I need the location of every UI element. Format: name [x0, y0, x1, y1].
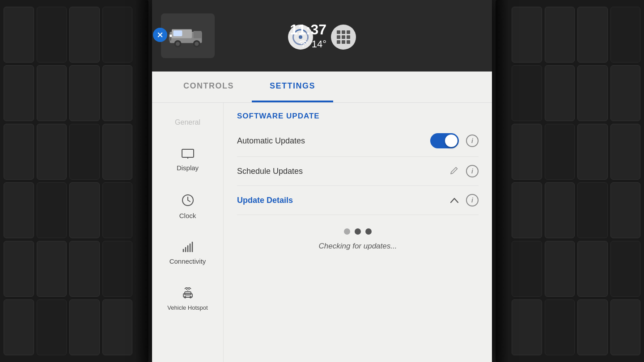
tab-bar: CONTROLS SETTINGS	[152, 72, 492, 103]
update-details-label[interactable]: Update Details	[237, 196, 293, 205]
update-details-row: Update Details i	[237, 186, 479, 215]
svg-rect-2	[174, 30, 182, 36]
tab-controls[interactable]: CONTROLS	[165, 72, 252, 102]
connectivity-icon	[182, 241, 194, 254]
main-screen: 11:37 14° CONTROLS SETTINGS	[152, 0, 492, 362]
sidebar-item-general[interactable]: General	[156, 109, 220, 136]
schedule-updates-edit-icon[interactable]	[450, 166, 459, 177]
dot-1	[344, 228, 350, 235]
main-panel: SOFTWARE UPDATE Automatic Updates i Sche…	[224, 103, 492, 362]
apps-button[interactable]	[331, 25, 356, 50]
hotspot-icon	[181, 287, 195, 301]
close-button[interactable]	[153, 28, 167, 42]
svg-point-25	[189, 296, 191, 299]
schedule-updates-row: Schedule Updates i	[237, 157, 479, 186]
sidebar-general-label: General	[175, 118, 200, 126]
sidebar-hotspot-label: Vehicle Hotspot	[167, 304, 208, 311]
sidebar-item-display[interactable]: Display	[156, 138, 220, 182]
left-grill-panel	[0, 0, 152, 362]
sidebar-connectivity-label: Connectivity	[169, 257, 206, 265]
svg-point-24	[184, 296, 186, 299]
section-title: SOFTWARE UPDATE	[237, 112, 479, 121]
svg-rect-9	[170, 34, 172, 37]
schedule-updates-label: Schedule Updates	[237, 167, 303, 176]
loading-dots	[344, 228, 372, 235]
top-bar: 11:37 14°	[152, 0, 492, 72]
sidebar-display-label: Display	[177, 164, 199, 172]
time-display: 11:37	[290, 22, 326, 37]
grid-icon	[337, 30, 350, 44]
truck-icon[interactable]	[161, 13, 215, 58]
svg-rect-3	[194, 31, 202, 38]
auto-updates-controls: i	[430, 133, 479, 148]
update-details-chevron-icon[interactable]	[450, 195, 459, 206]
schedule-updates-info-button[interactable]: i	[466, 165, 479, 177]
sidebar-item-clock[interactable]: Clock	[156, 184, 220, 229]
display-icon	[182, 149, 194, 160]
tab-settings[interactable]: SETTINGS	[252, 72, 333, 102]
svg-line-16	[188, 200, 190, 202]
dot-3	[365, 228, 372, 235]
svg-point-5	[176, 42, 180, 46]
dot-2	[355, 228, 361, 235]
auto-updates-info-button[interactable]: i	[466, 135, 479, 147]
svg-point-7	[195, 42, 199, 46]
update-detail-content: Checking for updates...	[237, 215, 479, 264]
schedule-updates-controls: i	[450, 165, 479, 177]
auto-updates-label: Automatic Updates	[237, 136, 305, 146]
sidebar-item-hotspot[interactable]: Vehicle Hotspot	[156, 277, 220, 322]
auto-updates-toggle[interactable]	[430, 133, 459, 148]
update-details-info-button[interactable]: i	[466, 194, 479, 206]
right-grill-panel	[492, 0, 644, 362]
svg-rect-11	[182, 149, 194, 157]
auto-updates-row: Automatic Updates i	[237, 125, 479, 157]
checking-text: Checking for updates...	[319, 242, 397, 251]
sidebar: General Display	[152, 103, 224, 362]
wifi-icon	[298, 39, 308, 50]
update-details-controls: i	[450, 194, 479, 206]
toggle-thumb	[445, 135, 458, 147]
sidebar-clock-label: Clock	[179, 212, 196, 219]
status-area: 11:37 14°	[290, 22, 326, 50]
clock-icon	[182, 194, 194, 208]
sidebar-item-connectivity[interactable]: Connectivity	[156, 231, 220, 275]
temperature-display: 14°	[312, 38, 326, 50]
content-area: General Display	[152, 103, 492, 362]
